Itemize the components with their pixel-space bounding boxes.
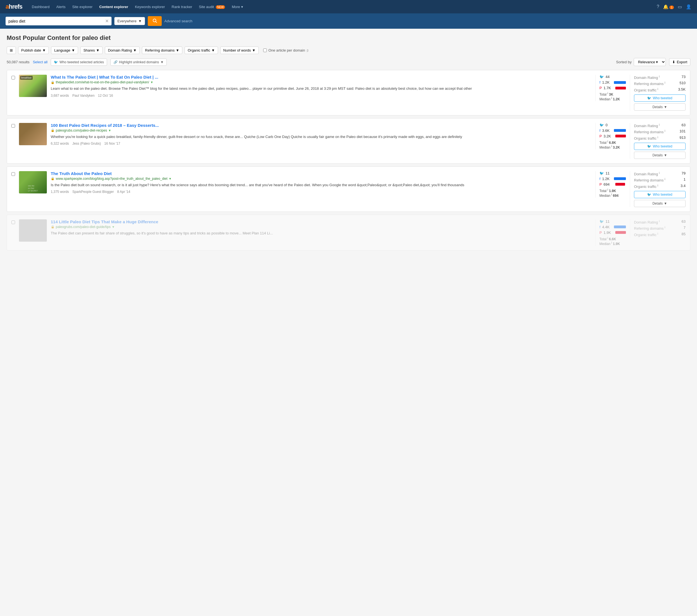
total-median-4: Total i 6.6K Median i 1.9K xyxy=(599,236,626,246)
chevron-down-icon: ▼ xyxy=(664,201,667,206)
article-content-4: 114 Little Paleo Diet Tips That Make a H… xyxy=(51,219,591,238)
filter-referring-domains[interactable]: Referring domains ▼ xyxy=(142,47,182,54)
total-median-3: Total i 1.9K Median i 694 xyxy=(599,188,626,198)
stats-col-3: Domain Rating i 79 Referring domains i 1… xyxy=(630,171,685,207)
filter-shares[interactable]: Shares ▼ xyxy=(80,47,103,54)
details-button-1[interactable]: Details ▼ xyxy=(634,103,685,111)
who-tweeted-button-1[interactable]: 🐦 Who tweeted xyxy=(634,94,685,102)
chevron-down-icon: ▼ xyxy=(42,48,46,52)
pinterest-icon-4: P xyxy=(599,230,602,235)
article-author-2: Jess (Paleo Grubs) xyxy=(72,141,101,146)
details-button-2[interactable]: Details ▼ xyxy=(634,152,685,159)
search-scope-dropdown[interactable]: Everywhere ▼ xyxy=(114,17,145,25)
pinterest-share-1: P 1.7K xyxy=(599,86,626,90)
twitter-icon: 🐦 xyxy=(54,60,58,64)
facebook-bar-1 xyxy=(614,81,626,84)
article-content-2: 100 Best Paleo Diet Recipes of 2018 – Ea… xyxy=(51,123,591,146)
screen-icon[interactable]: ▭ xyxy=(678,4,682,10)
clear-search-icon[interactable]: ✕ xyxy=(105,18,109,24)
nav-more[interactable]: More ▾ xyxy=(229,3,246,11)
search-button[interactable] xyxy=(148,16,162,26)
one-article-per-domain-checkbox[interactable] xyxy=(263,48,267,52)
article-meta-3: 1,375 words SparkPeople Guest Blogger 8 … xyxy=(51,190,591,194)
filter-grid-icon[interactable]: ⊞ xyxy=(7,47,16,54)
twitter-icon-1: 🐦 xyxy=(599,75,604,79)
chevron-down-icon: ▼ xyxy=(664,105,667,109)
article-url-2: 🔒 paleogrubs.com/paleo-diet-recipes ▼ xyxy=(51,129,591,132)
who-tweeted-selected-button[interactable]: 🐦 Who tweeted selected articles xyxy=(51,59,107,66)
sort-select[interactable]: Relevance ▾ xyxy=(634,58,666,66)
article-desc-4: The Paleo diet can present its fair shar… xyxy=(51,230,591,236)
export-button[interactable]: ⬇ Export xyxy=(669,58,690,66)
nav-site-audit[interactable]: Site audit NEW xyxy=(196,3,228,11)
article-title-3[interactable]: The Truth About the Paleo Diet xyxy=(51,171,591,176)
article-thumbnail-2 xyxy=(19,123,47,145)
article-checkbox-1[interactable] xyxy=(12,76,15,79)
nav-site-explorer[interactable]: Site explorer xyxy=(70,3,95,11)
organic-traffic-row-3: Organic traffic i 3.4 xyxy=(634,184,685,189)
who-tweeted-button-2[interactable]: 🐦 Who tweeted xyxy=(634,143,685,150)
filter-organic-traffic[interactable]: Organic traffic ▼ xyxy=(184,47,218,54)
twitter-icon-3: 🐦 xyxy=(599,171,604,175)
notification-icon[interactable]: 🔔1 xyxy=(663,4,674,10)
search-input[interactable] xyxy=(9,19,103,24)
facebook-bar-4 xyxy=(614,225,626,228)
logo[interactable]: ahrefs xyxy=(5,3,22,10)
article-checkbox-2[interactable] xyxy=(12,124,15,127)
filter-bar: ⊞ Publish date ▼ Language ▼ Shares ▼ Dom… xyxy=(7,47,690,54)
beta-label: β xyxy=(307,49,308,52)
details-button-3[interactable]: Details ▼ xyxy=(634,200,685,207)
select-all-link[interactable]: Select all xyxy=(33,60,48,64)
twitter-share-4: 🐦 11 xyxy=(599,219,626,224)
article-card-3: oes theeo DietLY WORK? The Truth About t… xyxy=(7,166,690,212)
facebook-icon-1: f xyxy=(599,80,600,85)
article-checkbox-4[interactable] xyxy=(12,221,15,224)
filter-number-of-words[interactable]: Number of words ▼ xyxy=(220,47,259,54)
twitter-icon-2: 🐦 xyxy=(599,123,604,127)
article-title-2[interactable]: 100 Best Paleo Diet Recipes of 2018 – Ea… xyxy=(51,123,591,127)
nav-alerts[interactable]: Alerts xyxy=(54,3,68,11)
article-thumbnail-3: oes theeo DietLY WORK? xyxy=(19,171,47,193)
dropdown-arrow-3[interactable]: ▼ xyxy=(169,177,172,180)
shares-col-2: 🐦 0 f 3.6K P 3.2K Total i 6.8K Median i … xyxy=(595,123,626,149)
article-card-4: 114 Little Paleo Diet Tips That Make a H… xyxy=(7,215,690,251)
sort-container: Sorted by Relevance ▾ xyxy=(616,58,666,66)
highlight-unlinked-button[interactable]: 🔗 Highlight unlinked domains ▼ xyxy=(110,59,167,66)
dropdown-arrow-2[interactable]: ▼ xyxy=(108,129,111,132)
article-card-1: breakfast What Is The Paleo Diet | What … xyxy=(7,70,690,116)
article-title-4[interactable]: 114 Little Paleo Diet Tips That Make a H… xyxy=(51,219,591,224)
filter-language[interactable]: Language ▼ xyxy=(51,47,78,54)
help-icon[interactable]: ? xyxy=(657,4,659,9)
search-input-wrap: ✕ xyxy=(5,17,112,25)
advanced-search-link[interactable]: Advanced search xyxy=(164,19,192,23)
article-checkbox-3[interactable] xyxy=(12,172,15,176)
dropdown-arrow-4[interactable]: ▼ xyxy=(112,225,115,228)
twitter-btn-icon-1: 🐦 xyxy=(647,96,651,100)
total-median-2: Total i 6.8K Median i 3.2K xyxy=(599,140,626,149)
chevron-down-icon: ▼ xyxy=(160,60,164,64)
pinterest-share-4: P 1.9K xyxy=(599,230,626,235)
facebook-bar-3 xyxy=(614,177,626,180)
pinterest-bar-2 xyxy=(615,135,626,137)
article-author-1: Paul Vandyken xyxy=(72,94,94,97)
main-content: Most Popular Content for paleo diet ⊞ Pu… xyxy=(0,29,697,259)
user-icon[interactable]: 👤 xyxy=(686,4,692,10)
article-meta-1: 3,687 words Paul Vandyken 12 Oct '16 xyxy=(51,94,591,97)
pinterest-bar-1 xyxy=(615,87,626,89)
organic-traffic-row-1: Organic traffic i 3.5K xyxy=(634,87,685,92)
dropdown-arrow-1[interactable]: ▼ xyxy=(150,80,153,84)
twitter-btn-icon-2: 🐦 xyxy=(647,145,651,148)
chevron-down-icon: ▼ xyxy=(176,48,179,52)
nav-dashboard[interactable]: Dashboard xyxy=(29,3,53,11)
who-tweeted-button-3[interactable]: 🐦 Who tweeted xyxy=(634,191,685,198)
stats-col-4: Domain Rating i 63 Referring domains i 7… xyxy=(630,219,685,238)
chevron-down-icon: ▼ xyxy=(664,153,667,157)
nav-keywords-explorer[interactable]: Keywords explorer xyxy=(132,3,168,11)
article-title-1[interactable]: What Is The Paleo Diet | What To Eat On … xyxy=(51,75,591,79)
filter-domain-rating[interactable]: Domain Rating ▼ xyxy=(105,47,140,54)
nav-rank-tracker[interactable]: Rank tracker xyxy=(169,3,195,11)
nav-content-explorer[interactable]: Content explorer xyxy=(97,3,131,11)
filter-publish-date[interactable]: Publish date ▼ xyxy=(18,47,49,54)
export-icon: ⬇ xyxy=(672,60,675,64)
facebook-bar-2 xyxy=(614,129,626,132)
